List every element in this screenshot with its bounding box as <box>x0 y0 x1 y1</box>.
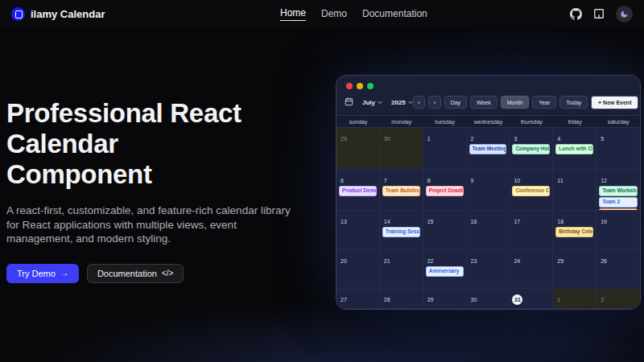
event-pill[interactable]: Team Meeting <box>469 144 507 154</box>
calendar-day-cell[interactable]: 31 <box>510 289 553 309</box>
calendar-day-cell[interactable]: 1 <box>553 289 597 309</box>
weekday-label: saturday <box>597 116 640 127</box>
calendar-toolbar: July 2025 ‹ › DayWeekMonthYear Today + N… <box>336 92 640 115</box>
date-number: 7 <box>384 178 387 183</box>
calendar-day-cell[interactable]: 5 <box>597 128 640 170</box>
weekday-label: friday <box>553 116 597 127</box>
github-icon[interactable] <box>569 7 582 20</box>
calendar-day-cell[interactable]: 6Product Demo <box>336 170 380 211</box>
calendar-grid: 293012Team Meeting3Company Holiday4Lunch… <box>336 128 640 309</box>
view-button-week[interactable]: Week <box>470 96 497 109</box>
calendar-day-cell[interactable]: 2 <box>597 289 640 309</box>
calendar-day-cell[interactable]: 29 <box>336 128 380 170</box>
calendar-day-cell[interactable]: 30 <box>467 289 510 309</box>
calendar-day-cell[interactable]: 29 <box>423 289 467 309</box>
brand[interactable]: ilamy Calendar <box>11 7 105 21</box>
calendar-day-cell[interactable]: 28 <box>380 289 423 309</box>
nav-item-home[interactable]: Home <box>280 7 306 21</box>
view-button-day[interactable]: Day <box>444 96 467 109</box>
minimize-window-icon[interactable] <box>357 83 363 89</box>
title-line: Component <box>6 159 328 190</box>
calendar-day-cell[interactable]: 20 <box>336 250 380 289</box>
calendar-day-cell[interactable]: 2Team Meeting <box>467 128 510 170</box>
event-pill[interactable]: Team 2 <box>599 197 638 208</box>
calendar-day-cell[interactable]: 15 <box>423 211 467 250</box>
date-number: 26 <box>601 258 607 264</box>
date-number: 13 <box>341 219 347 224</box>
calendar-day-cell[interactable]: 14Training Session <box>380 211 423 250</box>
calendar-day-cell[interactable]: 26 <box>597 250 640 289</box>
event-pill[interactable]: Anniversary <box>426 266 464 277</box>
calendar-day-cell[interactable]: 30 <box>380 128 423 170</box>
npm-icon[interactable] <box>592 7 605 20</box>
calendar-day-cell[interactable]: 17 <box>510 211 553 250</box>
theme-toggle-button[interactable] <box>616 6 633 23</box>
calendar-day-cell[interactable]: 22Anniversary <box>423 250 467 289</box>
try-demo-label: Try Demo <box>17 269 56 278</box>
calendar-preview-window: July 2025 ‹ › DayWeekMonthYear Today + N… <box>336 75 641 310</box>
view-button-year[interactable]: Year <box>532 96 556 109</box>
date-number: 17 <box>514 219 520 224</box>
calendar-day-cell[interactable]: 11 <box>553 170 597 211</box>
calendar-day-cell[interactable]: 1 <box>423 128 467 170</box>
event-pill[interactable]: Birthday Celebration <box>555 227 593 237</box>
event-pill[interactable]: Lunch with Client <box>555 144 593 154</box>
hero-section: Professional React Calendar Component A … <box>6 98 328 283</box>
calendar-day-cell[interactable]: 24 <box>510 250 553 289</box>
calendar-day-cell[interactable]: 23 <box>467 250 510 289</box>
calendar-day-cell[interactable]: 10Conference Call <box>510 170 553 211</box>
date-number: 1 <box>427 136 431 142</box>
weekday-label: wednesday <box>467 116 510 127</box>
calendar-day-cell[interactable]: 21 <box>380 250 423 289</box>
date-number: 1 <box>557 297 560 302</box>
try-demo-button[interactable]: Try Demo → <box>6 264 79 283</box>
date-number: 21 <box>384 258 390 264</box>
calendar-day-cell[interactable]: 9 <box>467 170 510 211</box>
calendar-day-cell[interactable]: 16 <box>467 211 510 250</box>
date-number: 9 <box>471 178 474 183</box>
event-pill[interactable]: Team Workshop <box>599 186 638 196</box>
calendar-day-cell[interactable]: 18Birthday Celebration <box>553 211 597 250</box>
calendar-day-cell[interactable]: 25 <box>553 250 597 289</box>
calendar-day-cell[interactable]: 3Company Holiday <box>510 128 553 170</box>
event-pill[interactable]: Conference Call <box>512 186 550 196</box>
toolbar-view-controls: ‹ › DayWeekMonthYear Today + New Event <box>413 96 639 109</box>
event-pill[interactable]: Company Holiday <box>512 144 550 154</box>
page-title: Professional React Calendar Component <box>6 98 328 190</box>
close-window-icon[interactable] <box>346 83 353 89</box>
arrow-right-icon: → <box>60 269 68 278</box>
calendar-day-cell[interactable]: 7Team Building <box>380 170 423 211</box>
ilamy-logo-icon <box>11 7 25 21</box>
event-pill[interactable]: Product Demo <box>339 186 377 196</box>
calendar-day-cell[interactable]: 4Lunch with Client <box>553 128 597 170</box>
calendar-day-cell[interactable]: 13 <box>336 211 380 250</box>
maximize-window-icon[interactable] <box>367 83 374 89</box>
year-dropdown[interactable]: 2025 <box>391 99 413 106</box>
date-number: 6 <box>341 178 344 183</box>
documentation-label: Documentation <box>97 269 157 278</box>
month-dropdown[interactable]: July <box>362 99 382 106</box>
calendar-day-cell[interactable]: 8Project Deadline <box>423 170 467 211</box>
date-number: 3 <box>514 136 517 142</box>
new-event-button[interactable]: + New Event <box>591 96 638 109</box>
date-number: 20 <box>341 258 347 264</box>
date-number: 24 <box>514 258 520 264</box>
date-number: 18 <box>557 219 564 224</box>
nav-item-documentation[interactable]: Documentation <box>362 8 427 19</box>
calendar-day-cell[interactable]: 12Team WorkshopTeam 2Client Feedback Ses… <box>597 170 640 211</box>
nav-item-demo[interactable]: Demo <box>321 8 347 19</box>
view-button-month[interactable]: Month <box>501 96 529 109</box>
event-pill[interactable]: Training Session <box>382 227 420 237</box>
calendar-day-cell[interactable]: 19 <box>597 211 640 250</box>
event-pill[interactable]: Team Building <box>382 186 420 196</box>
event-pill[interactable]: Project Deadline <box>426 186 464 196</box>
date-number: 30 <box>471 297 477 302</box>
next-button[interactable]: › <box>428 96 440 109</box>
hero-cta-row: Try Demo → Documentation </> <box>6 264 328 283</box>
prev-button[interactable]: ‹ <box>413 96 425 109</box>
documentation-button[interactable]: Documentation </> <box>87 264 184 283</box>
title-line: Professional React <box>6 98 328 129</box>
calendar-day-cell[interactable]: 27 <box>336 289 380 309</box>
weekday-label: thursday <box>510 116 553 127</box>
today-button[interactable]: Today <box>559 96 588 109</box>
